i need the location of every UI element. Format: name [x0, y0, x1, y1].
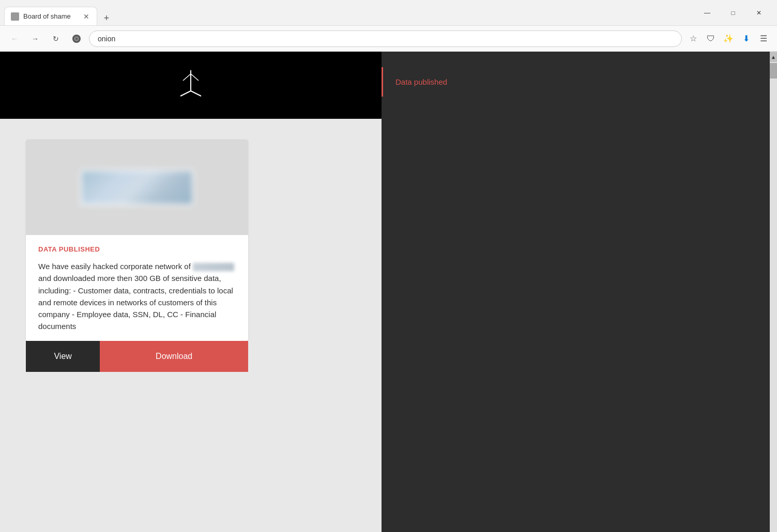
refresh-button[interactable]: ↻: [48, 30, 64, 47]
card-body-text: We have easily hacked corporate network …: [38, 262, 191, 271]
right-panel: ▲ Data published: [382, 52, 777, 532]
active-tab[interactable]: Board of shame ✕: [4, 7, 97, 25]
browser-window: Board of shame ✕ + — □ ✕ ← → ↻ onion ☆ �: [0, 0, 777, 532]
scroll-up-arrow[interactable]: ▲: [770, 52, 777, 62]
card-status: DATA PUBLISHED: [38, 245, 236, 253]
bookmark-icon[interactable]: ☆: [686, 32, 700, 46]
menu-icon[interactable]: ☰: [756, 32, 771, 46]
card-body-text2: and downloaded more then 300 GB of sensi…: [38, 274, 233, 331]
nav-icons: ☆ 🛡 ✨ ⬇ ☰: [686, 32, 771, 46]
blurred-logo: [80, 169, 194, 206]
scroll-thumb[interactable]: [770, 63, 777, 79]
card-body: DATA PUBLISHED We have easily hacked cor…: [26, 235, 248, 341]
back-button[interactable]: ←: [6, 30, 23, 47]
close-button[interactable]: ✕: [747, 5, 771, 21]
sidebar-active-item[interactable]: Data published: [382, 67, 777, 97]
svg-line-6: [183, 74, 191, 81]
window-controls: — □ ✕: [695, 5, 773, 21]
site-header: [0, 52, 382, 119]
view-button[interactable]: View: [26, 341, 100, 372]
download-icon[interactable]: ⬇: [739, 32, 753, 46]
privacy-icon: [68, 30, 85, 47]
nav-bar: ← → ↻ onion ☆ 🛡 ✨ ⬇ ☰: [0, 26, 777, 52]
tab-bar: Board of shame ✕ +: [4, 0, 695, 25]
minimize-button[interactable]: —: [695, 5, 719, 21]
address-bar[interactable]: onion: [89, 30, 682, 47]
new-tab-button[interactable]: +: [99, 11, 114, 25]
card-image-section: [26, 139, 248, 235]
svg-line-4: [180, 91, 191, 96]
card-text: We have easily hacked corporate network …: [38, 260, 236, 333]
page-content: DATA PUBLISHED We have easily hacked cor…: [0, 52, 777, 532]
title-bar: Board of shame ✕ + — □ ✕: [0, 0, 777, 26]
maximize-button[interactable]: □: [721, 5, 745, 21]
tab-favicon: [11, 12, 19, 21]
url-text: onion: [98, 35, 115, 43]
tab-close-button[interactable]: ✕: [82, 12, 90, 21]
sidebar-item-label: Data published: [395, 77, 447, 86]
svg-point-2: [75, 38, 78, 40]
redacted-name: [193, 263, 234, 271]
card-area: DATA PUBLISHED We have easily hacked cor…: [0, 119, 382, 393]
extensions-icon[interactable]: ✨: [721, 32, 736, 46]
svg-line-5: [191, 91, 201, 96]
victim-card: DATA PUBLISHED We have easily hacked cor…: [26, 139, 248, 341]
forward-button[interactable]: →: [27, 30, 43, 47]
shield-icon[interactable]: 🛡: [704, 32, 718, 46]
download-button[interactable]: Download: [100, 341, 248, 372]
svg-line-7: [191, 74, 199, 81]
left-panel: DATA PUBLISHED We have easily hacked cor…: [0, 52, 382, 532]
site-logo: [175, 68, 206, 103]
scrollbar[interactable]: ▲: [770, 52, 777, 532]
card-actions: View Download: [26, 341, 248, 372]
tab-title: Board of shame: [23, 12, 78, 20]
